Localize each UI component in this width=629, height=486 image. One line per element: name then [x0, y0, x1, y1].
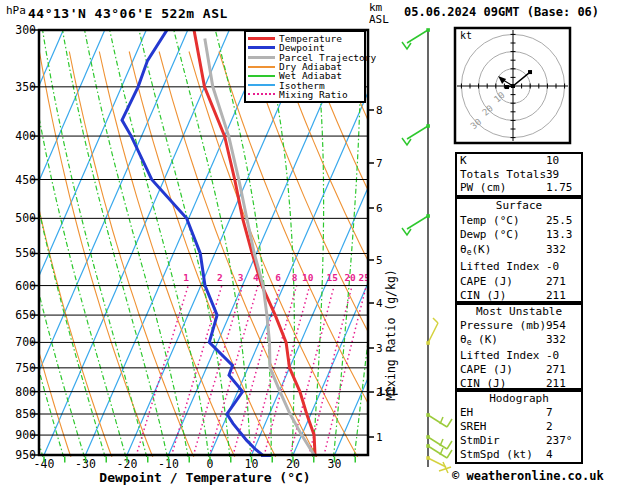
- wind-barb-dot: [426, 28, 430, 32]
- wind-barb-column: [402, 28, 452, 473]
- legend-swatch-mixing_ratio: [248, 93, 275, 95]
- svg-text:400: 400: [15, 129, 36, 143]
- svg-text:700: 700: [15, 335, 36, 349]
- pressure-axis-ticks: 3003504004505005506006507007508008509009…: [15, 23, 39, 462]
- panel-row: Temp (°C)25.5: [460, 214, 578, 229]
- wind-barb-dot: [426, 456, 430, 460]
- row-value: 332: [546, 243, 566, 258]
- panel-row: K10: [460, 154, 578, 168]
- hodograph-ring-label: 10: [492, 90, 507, 105]
- row-label: CIN (J): [460, 289, 506, 302]
- datetime-title: 05.06.2024 09GMT (Base: 06): [404, 5, 599, 19]
- row-label: SREH: [460, 420, 487, 433]
- row-value: 237°: [546, 434, 573, 448]
- copyright-text: © weatheronline.co.uk: [452, 469, 604, 483]
- legend-swatch-temperature: [248, 37, 275, 40]
- legend-box: TemperatureDewpointParcel TrajectoryDry …: [244, 30, 366, 103]
- row-label: EH: [460, 406, 473, 419]
- svg-text:6: 6: [376, 202, 383, 215]
- altitude-axis-unit-label: km ASL: [369, 2, 389, 26]
- legend-swatch-dewpoint: [248, 46, 275, 49]
- panel-title: Most Unstable: [460, 305, 578, 319]
- svg-text:1: 1: [376, 431, 383, 444]
- svg-text:550: 550: [15, 246, 36, 260]
- temp-axis-ticks: -40-30-20-100102030: [34, 457, 356, 472]
- panel-row: CIN (J)211: [460, 377, 578, 391]
- panel-row: StmSpd (kt)4: [460, 448, 578, 462]
- legend-label: Mixing Ratio: [279, 90, 348, 99]
- row-value: 10: [546, 154, 559, 168]
- row-value: 271: [546, 363, 566, 377]
- hodograph-ring-label: 20: [480, 103, 495, 118]
- hodograph-panel: 102030: [455, 28, 570, 143]
- lcl-marker-label: LCL: [379, 385, 398, 397]
- svg-text:4: 4: [376, 297, 383, 310]
- row-label: θe(K): [460, 243, 491, 256]
- row-value: 25.5: [546, 214, 573, 229]
- skewt-sounding-screen: 1234681015202530035040045050055060065070…: [0, 0, 629, 486]
- mixing-ratio-axis-label: Mixing Ratio (g/kg): [384, 269, 398, 401]
- wind-barb-dot: [426, 444, 430, 448]
- svg-text:600: 600: [15, 279, 36, 293]
- row-value: 954: [546, 319, 566, 333]
- svg-text:900: 900: [15, 428, 36, 442]
- row-label: StmDir: [460, 434, 500, 447]
- hodograph-unit-label: kt: [460, 30, 472, 41]
- svg-text:10: 10: [302, 272, 314, 283]
- panel-indices: K10Totals Totals39PW (cm)1.75: [455, 152, 583, 197]
- row-value: 7: [546, 406, 553, 420]
- altitude-unit-asl: ASL: [369, 14, 389, 26]
- svg-text:3: 3: [376, 342, 383, 355]
- row-value: 39: [546, 168, 559, 182]
- svg-text:5: 5: [376, 254, 383, 267]
- row-label: Lifted Index: [460, 260, 539, 273]
- row-value: 271: [546, 275, 566, 290]
- legend-item-mixing_ratio: Mixing Ratio: [248, 90, 364, 99]
- row-label: CIN (J): [460, 377, 506, 390]
- wind-barb-dot: [426, 413, 430, 417]
- svg-text:500: 500: [15, 211, 36, 225]
- row-label: Dewp (°C): [460, 228, 520, 241]
- temp-axis-label: Dewpoint / Temperature (°C): [0, 470, 410, 485]
- row-label: θe (K): [460, 333, 498, 346]
- row-value: 4: [546, 448, 553, 462]
- legend-swatch-wet_adiabat: [248, 75, 275, 77]
- station-title: 44°13'N 43°06'E 522m ASL: [28, 6, 228, 21]
- svg-text:2: 2: [217, 272, 223, 283]
- svg-text:800: 800: [15, 385, 36, 399]
- svg-text:7: 7: [376, 157, 383, 170]
- panel-surface: SurfaceTemp (°C)25.5Dewp (°C)13.3θe(K)33…: [455, 197, 583, 303]
- row-value: -0: [546, 349, 559, 363]
- svg-text:15: 15: [326, 272, 338, 283]
- panel-row: θe (K)332: [460, 333, 578, 350]
- row-value: 13.3: [546, 228, 573, 243]
- panel-row: Pressure (mb)954: [460, 319, 578, 333]
- svg-text:300: 300: [15, 23, 36, 37]
- svg-text:850: 850: [15, 407, 36, 421]
- svg-text:3: 3: [238, 272, 244, 283]
- panel-row: Totals Totals39: [460, 168, 578, 182]
- panel-row: Lifted Index-0: [460, 349, 578, 363]
- row-label: StmSpd (kt): [460, 448, 533, 461]
- panel-row: Lifted Index-0: [460, 260, 578, 275]
- panel-row: θe(K)332: [460, 243, 578, 261]
- legend-swatch-parcel: [248, 56, 275, 59]
- panel-row: Dewp (°C)13.3: [460, 228, 578, 243]
- legend-label: Wet Adiabat: [279, 71, 342, 80]
- mixing-ratio-lines: [136, 286, 366, 456]
- row-value: 211: [546, 289, 566, 304]
- row-label: Pressure (mb): [460, 319, 546, 332]
- row-label: Temp (°C): [460, 214, 520, 227]
- panel-title: Surface: [460, 199, 578, 214]
- row-value: 1.75: [546, 181, 573, 195]
- panel-row: CAPE (J)271: [460, 275, 578, 290]
- row-label: PW (cm): [460, 181, 506, 194]
- row-label: Totals Totals: [460, 168, 546, 181]
- legend-swatch-isotherm: [248, 84, 275, 86]
- wind-barb-dot: [426, 124, 430, 128]
- panel-title: Hodograph: [460, 392, 578, 406]
- row-value: 2: [546, 420, 553, 434]
- svg-text:1: 1: [183, 272, 189, 283]
- row-value: -0: [546, 260, 559, 275]
- svg-text:8: 8: [376, 104, 383, 117]
